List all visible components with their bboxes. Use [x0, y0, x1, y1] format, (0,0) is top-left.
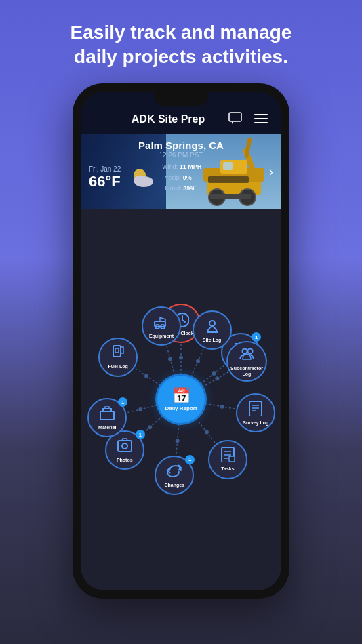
weather-banner[interactable]: Palm Springs, CA 12:26 PM PST Fri, Jan 2… — [81, 134, 281, 209]
daily-report-label: Daily Report — [165, 405, 197, 411]
site-log-label: Site Log — [203, 338, 222, 343]
date-text: Fri, Jan 22 — [89, 165, 121, 173]
material-icon — [99, 405, 115, 424]
temperature: 66°F — [89, 173, 121, 190]
equipment-label: Equipment — [149, 334, 174, 339]
weather-expand-icon[interactable]: › — [269, 164, 273, 178]
svg-point-30 — [148, 425, 152, 429]
survey-log-icon — [247, 400, 264, 419]
phone-screen: ADK Site Prep — [81, 92, 281, 590]
tasks-icon — [220, 446, 236, 465]
weather-details: Wind: 11 MPH Precip: 0% Humid: 39% — [162, 161, 201, 195]
svg-point-38 — [196, 359, 200, 363]
hamburger-menu-icon[interactable] — [252, 113, 270, 127]
hero-section: Easily track and manage daily projects a… — [43, 0, 319, 83]
svg-rect-3 — [254, 122, 268, 123]
subcontractor-log-label: Subcontractor Log — [228, 366, 266, 378]
tasks-label: Tasks — [221, 466, 234, 472]
menu-item-equipment[interactable]: Equipment — [142, 306, 181, 346]
photos-label: Photos — [117, 458, 133, 463]
fuel-log-icon — [110, 344, 126, 363]
photos-icon — [117, 437, 133, 456]
svg-point-20 — [179, 356, 183, 360]
phone-frame: ADK Site Prep — [73, 83, 289, 599]
chat-icon[interactable] — [226, 112, 245, 127]
svg-point-66 — [247, 348, 252, 353]
menu-item-fuel-log[interactable]: Fuel Log — [98, 338, 138, 377]
svg-point-34 — [144, 374, 148, 378]
menu-item-tasks[interactable]: Tasks — [208, 440, 247, 479]
svg-rect-1 — [254, 114, 268, 115]
hero-text: Easily track and manage daily projects a… — [43, 0, 319, 83]
svg-point-36 — [168, 357, 172, 361]
svg-point-18 — [143, 178, 153, 186]
subcontractor-log-icon — [239, 346, 255, 365]
svg-point-22 — [212, 371, 216, 376]
daily-report-icon: 📅 — [172, 387, 190, 405]
material-badge: 1 — [118, 397, 127, 407]
changes-label: Changes — [164, 483, 184, 488]
svg-point-57 — [122, 443, 127, 449]
svg-point-28 — [176, 439, 180, 443]
phone-notch — [154, 92, 208, 106]
svg-rect-47 — [249, 401, 262, 416]
site-log-icon — [204, 317, 220, 336]
app-title: ADK Site Prep — [110, 113, 226, 125]
menu-item-material[interactable]: Material1 — [87, 398, 127, 437]
svg-rect-0 — [229, 113, 241, 121]
menu-item-subcontractor-log[interactable]: Subcontractor Log — [226, 341, 267, 382]
survey-log-label: Survey Log — [243, 420, 268, 426]
svg-point-24 — [220, 405, 224, 409]
svg-rect-58 — [100, 411, 114, 420]
svg-rect-56 — [118, 441, 132, 451]
location-name: Palm Springs, CA — [89, 140, 273, 151]
changes-badge: 1 — [185, 455, 195, 464]
changes-icon — [166, 462, 182, 481]
daily-report-button[interactable]: 📅 Daily Report — [157, 376, 205, 423]
svg-point-65 — [242, 348, 247, 353]
menu-item-changes[interactable]: Changes1 — [155, 456, 194, 495]
fuel-log-label: Fuel Log — [108, 364, 128, 369]
radial-menu-area: 📅 Daily Report Time ClockTime Log1Survey… — [81, 209, 281, 590]
menu-item-survey-log[interactable]: Survey Log — [236, 393, 275, 432]
time-display: 12:26 PM PST — [89, 151, 273, 159]
svg-rect-59 — [113, 346, 121, 357]
menu-item-site-log[interactable]: Site Log — [193, 310, 232, 350]
svg-point-26 — [205, 430, 209, 435]
svg-rect-60 — [115, 348, 119, 353]
weather-content: Palm Springs, CA 12:26 PM PST Fri, Jan 2… — [81, 134, 281, 200]
photos-badge: 1 — [136, 430, 145, 439]
material-label: Material — [98, 425, 116, 430]
radial-menu: 📅 Daily Report Time ClockTime Log1Survey… — [86, 291, 276, 508]
time-log-badge: 1 — [252, 332, 261, 342]
svg-rect-2 — [254, 118, 268, 119]
equipment-icon — [153, 313, 169, 332]
weather-icon — [126, 163, 157, 193]
svg-rect-55 — [229, 456, 235, 462]
svg-point-40 — [215, 376, 219, 380]
svg-point-32 — [138, 407, 142, 411]
